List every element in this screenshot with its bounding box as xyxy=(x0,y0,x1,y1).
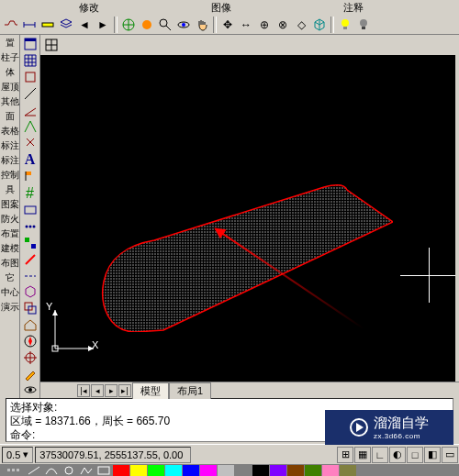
dyn-toggle-icon[interactable]: ▭ xyxy=(442,447,458,463)
nav2-icon[interactable]: ⊗ xyxy=(274,16,292,34)
menu-modify[interactable]: 修改 xyxy=(73,1,105,15)
rightarrow-icon[interactable]: ► xyxy=(94,16,112,34)
ortho-toggle-icon[interactable]: ∟ xyxy=(372,447,388,463)
circle-tool-icon[interactable] xyxy=(61,465,77,476)
cat-label[interactable]: 其他 xyxy=(0,95,19,108)
color-swatch[interactable] xyxy=(305,465,321,476)
tab-prev-icon[interactable]: ◂ xyxy=(91,384,104,397)
color-swatch[interactable] xyxy=(218,465,234,476)
cat-label[interactable]: 图案 xyxy=(0,198,19,211)
house-icon[interactable] xyxy=(21,317,39,333)
grid-icon[interactable] xyxy=(21,53,39,69)
tab-next-icon[interactable]: ▸ xyxy=(105,384,118,397)
tab-model[interactable]: 模型 xyxy=(132,382,169,399)
cat-label[interactable]: 建模 xyxy=(0,242,19,255)
pan-arrows-icon[interactable]: ✥ xyxy=(218,16,237,34)
tab-last-icon[interactable]: ▸| xyxy=(118,384,131,397)
otrack-toggle-icon[interactable]: ◧ xyxy=(424,447,441,463)
hand-icon[interactable] xyxy=(193,16,211,34)
dots-icon[interactable] xyxy=(21,219,39,235)
orbit-icon[interactable] xyxy=(174,16,193,34)
cat-label[interactable]: 布置 xyxy=(0,227,19,240)
layers-icon[interactable] xyxy=(57,16,75,34)
blocks-icon[interactable] xyxy=(21,235,39,250)
rect-tool-icon[interactable] xyxy=(95,465,112,476)
color-swatch[interactable] xyxy=(287,465,304,476)
line-tool-icon[interactable] xyxy=(26,465,42,476)
polyline-tool-icon[interactable] xyxy=(78,465,95,476)
color-swatch[interactable] xyxy=(235,465,252,476)
grid-toggle-icon[interactable]: ▦ xyxy=(354,447,371,463)
globe-icon[interactable] xyxy=(119,16,138,34)
nav-icon[interactable]: ⊕ xyxy=(255,16,274,34)
cat-label[interactable]: 面 xyxy=(0,110,19,123)
flag-icon[interactable] xyxy=(21,169,39,184)
line-icon[interactable] xyxy=(21,86,39,102)
view-icon[interactable]: ◇ xyxy=(292,16,310,34)
color-swatch[interactable] xyxy=(148,465,164,476)
svg-rect-14 xyxy=(25,206,36,214)
color-swatch[interactable] xyxy=(165,465,182,476)
color-swatch[interactable] xyxy=(130,465,147,476)
cat-label[interactable]: 体 xyxy=(0,66,19,79)
overlap-icon[interactable] xyxy=(21,301,39,316)
cat-label[interactable]: 控制 xyxy=(0,169,19,182)
color-swatch[interactable] xyxy=(322,465,339,476)
cat-label[interactable]: 具 xyxy=(0,183,19,196)
window-icon[interactable] xyxy=(21,37,39,52)
palette-icon[interactable] xyxy=(138,16,156,34)
ruler-icon[interactable] xyxy=(39,16,57,34)
color-swatch[interactable] xyxy=(200,465,217,476)
tab-first-icon[interactable]: |◂ xyxy=(77,384,90,397)
compass-icon[interactable] xyxy=(21,334,39,349)
svg-point-16 xyxy=(28,226,31,228)
polyline-icon[interactable] xyxy=(2,16,20,34)
drawing-canvas[interactable]: Y X xyxy=(40,55,455,382)
menu-annotate[interactable]: 注释 xyxy=(338,1,369,15)
color-swatch[interactable] xyxy=(270,465,286,476)
cat-label[interactable]: 防火 xyxy=(0,213,19,226)
cat-label[interactable]: 标注 xyxy=(0,139,19,152)
dimension-icon[interactable] xyxy=(20,16,39,34)
slope-icon[interactable] xyxy=(21,102,39,117)
viewport-config-icon[interactable] xyxy=(42,36,61,54)
pencil-icon[interactable] xyxy=(21,366,39,382)
color-swatch[interactable] xyxy=(340,465,356,476)
text-icon[interactable]: A xyxy=(21,151,39,168)
move-icon[interactable]: ↔ xyxy=(237,16,255,34)
drag-handle-icon[interactable] xyxy=(0,469,26,471)
box3d-icon[interactable] xyxy=(310,16,329,34)
cat-label[interactable]: 屋顶 xyxy=(0,81,19,94)
slash-icon[interactable] xyxy=(21,251,39,267)
crosshair-icon[interactable] xyxy=(21,349,39,365)
bulb-on-icon[interactable] xyxy=(336,16,354,34)
cat-label[interactable]: 它 xyxy=(0,271,19,284)
cat-label[interactable]: 置 xyxy=(0,37,19,50)
cat-label[interactable]: 布图 xyxy=(0,257,19,270)
eye-icon[interactable] xyxy=(21,382,39,398)
cat-label[interactable]: 演示 xyxy=(0,301,19,314)
color-swatch[interactable] xyxy=(183,465,199,476)
hash-icon[interactable]: # xyxy=(21,185,39,202)
cube-icon[interactable] xyxy=(21,284,39,300)
polar-toggle-icon[interactable]: ◐ xyxy=(389,447,406,463)
zoom-icon[interactable] xyxy=(156,16,174,34)
menu-image[interactable]: 图像 xyxy=(206,1,237,15)
snap-toggle-icon[interactable]: ⊞ xyxy=(337,447,353,463)
tick-icon[interactable] xyxy=(21,135,39,150)
leftarrow-icon[interactable]: ◄ xyxy=(75,16,94,34)
color-swatch[interactable] xyxy=(113,465,129,476)
cat-label[interactable]: 中心 xyxy=(0,286,19,299)
bulb-off-icon[interactable] xyxy=(354,16,373,34)
cat-label[interactable]: 标注 xyxy=(0,154,19,167)
window2-icon[interactable] xyxy=(21,203,39,218)
box-icon[interactable] xyxy=(21,70,39,85)
angle-icon[interactable] xyxy=(21,118,39,134)
osnap-toggle-icon[interactable]: □ xyxy=(407,447,423,463)
arc-tool-icon[interactable] xyxy=(43,465,60,476)
cat-label[interactable]: 表格 xyxy=(0,125,19,138)
color-swatch[interactable] xyxy=(252,465,269,476)
dash-icon[interactable] xyxy=(21,268,39,283)
cat-label[interactable]: 柱子 xyxy=(0,51,19,64)
tab-layout1[interactable]: 布局1 xyxy=(169,382,211,399)
